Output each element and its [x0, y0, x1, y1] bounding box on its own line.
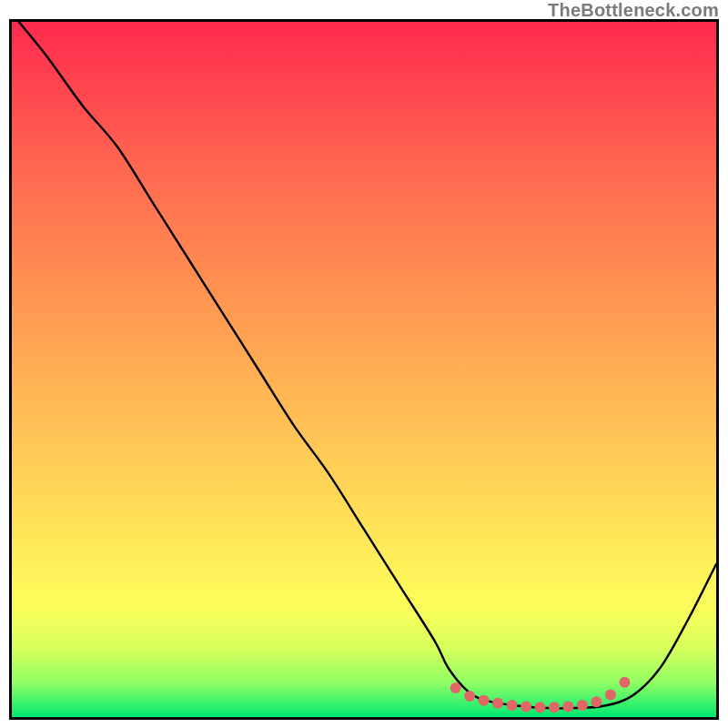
- gradient-background: [12, 22, 716, 717]
- chart-frame: [9, 19, 719, 720]
- plot-area: [9, 19, 719, 720]
- watermark-text: TheBottleneck.com: [548, 0, 719, 21]
